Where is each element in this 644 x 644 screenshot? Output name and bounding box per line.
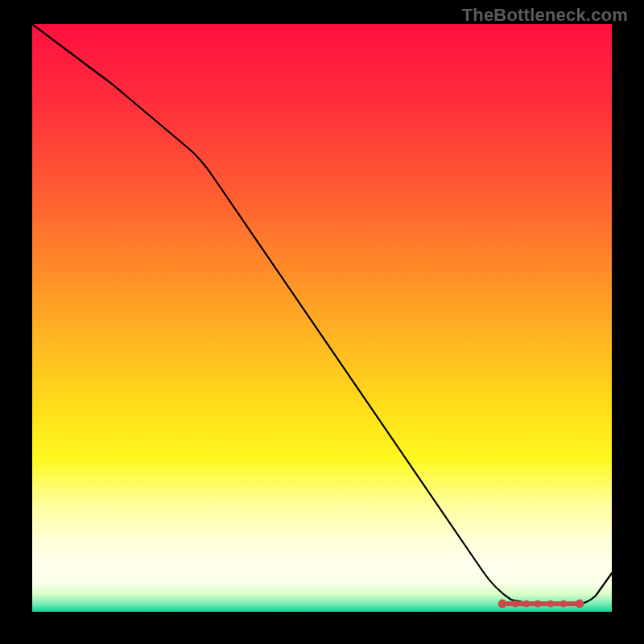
chart-container: TheBottleneck.com <box>0 0 644 644</box>
highlight-dot <box>535 601 541 607</box>
highlight-dot <box>576 600 584 608</box>
bottleneck-curve <box>32 24 612 605</box>
highlight-dot <box>498 600 506 608</box>
plot-area <box>32 24 612 612</box>
highlight-dot <box>512 601 518 607</box>
highlight-dot <box>547 601 554 607</box>
highlight-dot <box>560 601 567 607</box>
curve-overlay <box>32 24 612 612</box>
watermark-text: TheBottleneck.com <box>462 5 628 26</box>
highlight-dot <box>523 601 530 607</box>
